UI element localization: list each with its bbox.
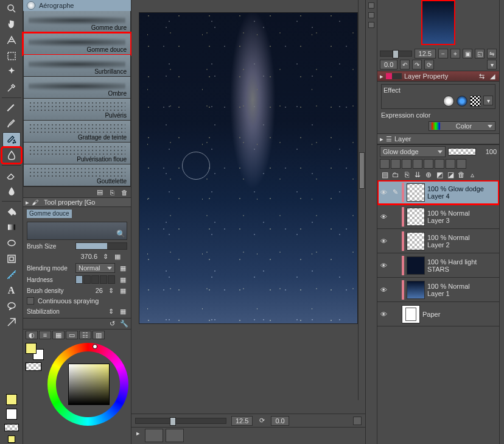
navigator-thumbnail[interactable] — [377, 0, 499, 48]
collapse-icon[interactable]: ▸ — [380, 72, 383, 80]
size-link-icon[interactable]: ▦ — [113, 252, 122, 261]
timeline-collapse-icon[interactable]: ▸ — [134, 429, 142, 437]
artboard[interactable] — [139, 12, 358, 324]
dock-handle-icon[interactable] — [368, 2, 374, 9]
blend-mode-dropdown[interactable]: Normal — [75, 263, 115, 273]
visibility-icon[interactable]: 👁 — [379, 311, 388, 318]
reset-prop-icon[interactable]: ↺ — [108, 320, 116, 328]
wand-tool[interactable] — [2, 65, 21, 79]
effect-tone-icon[interactable] — [457, 96, 467, 107]
fg-swatch[interactable] — [2, 393, 21, 406]
color-icon[interactable] — [457, 159, 466, 169]
color-tab-bars[interactable]: ≡ — [39, 331, 51, 339]
lp-opt2-icon[interactable]: ◢ — [488, 72, 497, 80]
tool-property-header[interactable]: ▸ 🖌 Tool property [Go — [23, 197, 131, 207]
opacity-slider[interactable] — [448, 148, 476, 155]
color-tab-set[interactable]: ▦ — [52, 331, 65, 339]
text-tool[interactable]: A — [2, 283, 21, 298]
brush-tool[interactable] — [2, 116, 21, 131]
color-tab-approx[interactable]: ▥ — [93, 331, 105, 339]
layer-stars[interactable]: 👁 100 % Hard lightSTARS — [377, 253, 499, 278]
nav-menu-icon[interactable]: ▾ — [487, 60, 497, 69]
fit-icon[interactable]: ▣ — [463, 49, 472, 58]
layer-panel-header[interactable]: ▸ ☰ Layer — [377, 133, 499, 144]
timeline-slot[interactable] — [166, 429, 184, 442]
combine-icon[interactable]: ⊕ — [424, 170, 433, 180]
nav-zoom-readout[interactable]: 12.5 — [415, 49, 436, 58]
angle-readout[interactable]: 0.0 — [271, 416, 289, 426]
brush-gomme-douce[interactable]: Gomme douce — [23, 33, 131, 55]
eraser-tool[interactable] — [2, 168, 21, 183]
lock-icon[interactable] — [413, 159, 422, 169]
visibility-icon[interactable]: 👁 — [379, 213, 388, 220]
expression-color-dropdown[interactable]: Color — [429, 121, 495, 131]
ruler-icon[interactable] — [446, 159, 455, 169]
balloon-tool[interactable] — [2, 299, 21, 314]
nav-angle-readout[interactable]: 0.0 — [380, 60, 397, 69]
layer-thumbnail[interactable] — [407, 281, 425, 299]
apply-mask-icon[interactable]: ◪ — [446, 170, 455, 180]
layer-thumbnail[interactable] — [402, 305, 420, 323]
merge-icon[interactable]: ⇊ — [413, 170, 422, 180]
trash-layer-icon[interactable]: 🗑 — [457, 170, 466, 180]
new-brush-icon[interactable]: ▤ — [96, 188, 104, 197]
color-tab-mid[interactable]: ▭ — [66, 331, 78, 339]
fg-color-swatch[interactable] — [26, 343, 37, 354]
perspective-tool[interactable] — [2, 33, 21, 48]
size-stepper-icon[interactable]: ⇕ — [101, 252, 110, 261]
lock-alpha-icon[interactable] — [424, 159, 433, 169]
blend-tool[interactable] — [2, 148, 21, 163]
up-icon[interactable]: ▵ — [467, 170, 477, 180]
opacity-value[interactable]: 100 — [478, 148, 497, 155]
zoom-out-icon[interactable]: − — [438, 49, 448, 58]
rotate-reset-icon[interactable]: ⟳ — [257, 417, 266, 425]
brush-size-slider[interactable] — [75, 242, 127, 250]
blend-link-icon[interactable]: ▦ — [119, 264, 127, 272]
stab-link-icon[interactable]: ▦ — [119, 307, 127, 315]
draft-icon[interactable] — [402, 159, 411, 169]
visibility-icon[interactable]: 👁 — [379, 189, 388, 196]
lp-opt1-icon[interactable]: ⇆ — [477, 72, 486, 80]
nav-zoom-slider[interactable] — [380, 51, 412, 57]
continuous-checkbox[interactable] — [27, 297, 34, 305]
mini-fg[interactable] — [2, 434, 21, 444]
blend-mode-dropdown[interactable]: Glow dodge — [380, 146, 446, 157]
brush-grattage[interactable]: Grattage de teinte — [23, 121, 131, 143]
dup-brush-icon[interactable]: ⎘ — [108, 188, 116, 197]
hardness-steps[interactable] — [75, 275, 115, 284]
effect-dropdown-icon[interactable]: ▾ — [483, 96, 493, 105]
layer-layer1[interactable]: 👁 100 % NormalLayer 1 — [377, 278, 499, 302]
eyedropper-tool[interactable] — [2, 80, 21, 95]
layer-property-header[interactable]: ▸ Layer Property ⇆ ◢ — [377, 71, 499, 82]
airbrush-tool[interactable] — [2, 132, 21, 147]
ruler-tool[interactable] — [2, 267, 21, 282]
density-stepper-icon[interactable]: ⇕ — [107, 286, 115, 295]
new-folder-icon[interactable]: 🗀 — [391, 170, 401, 180]
mask-new-icon[interactable]: ◩ — [435, 170, 444, 180]
visibility-icon[interactable]: 👁 — [379, 286, 388, 294]
dock-handle-icon[interactable] — [368, 22, 374, 28]
zoom-slider[interactable] — [135, 418, 226, 424]
color-wheel[interactable] — [47, 343, 128, 426]
zoom-readout[interactable]: 12.5 — [231, 416, 253, 426]
transparency-swatch[interactable] — [26, 362, 41, 371]
hand-tool[interactable] — [2, 17, 21, 32]
brush-pulveris[interactable]: Pulvéris — [23, 99, 131, 121]
flip-icon[interactable]: ⇋ — [487, 49, 497, 58]
vertical-scrollbar[interactable] — [358, 0, 365, 400]
layer-thumbnail[interactable] — [407, 183, 425, 202]
pen-tool[interactable] — [2, 100, 21, 115]
blur-tool[interactable] — [2, 184, 21, 199]
bg-swatch[interactable] — [2, 407, 21, 421]
canvas-viewport[interactable] — [131, 0, 365, 414]
effect-border-icon[interactable] — [443, 96, 454, 107]
collapse-icon[interactable]: ▸ — [26, 199, 29, 206]
current-brush-swatch[interactable]: Gomme douce — [27, 210, 72, 218]
clip-icon[interactable] — [380, 159, 390, 169]
dock-handle-icon[interactable] — [368, 12, 374, 18]
checker-swatch[interactable] — [2, 422, 21, 433]
visibility-icon[interactable]: 👁 — [379, 262, 388, 269]
ref-icon[interactable] — [391, 159, 401, 169]
timeline-slot[interactable] — [145, 429, 163, 442]
density-link-icon[interactable]: ▦ — [119, 286, 127, 295]
